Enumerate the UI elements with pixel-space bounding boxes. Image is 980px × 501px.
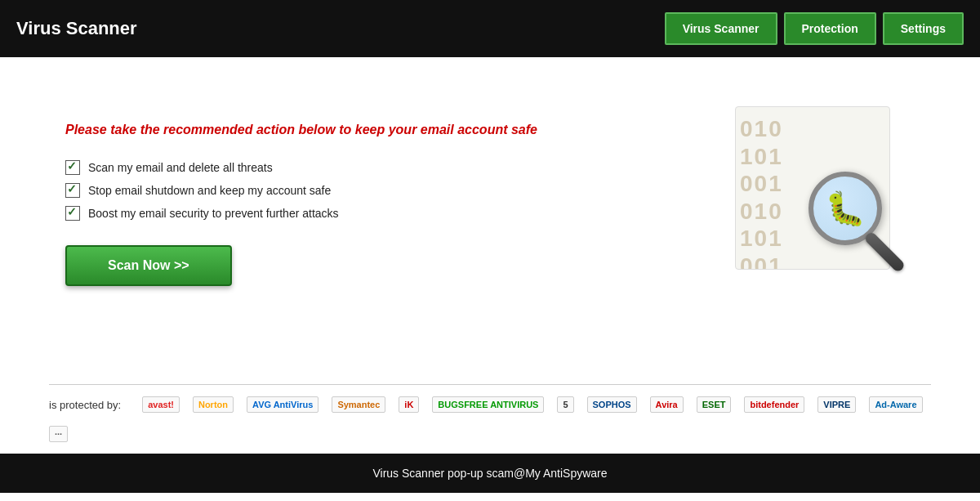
bottom-bar: Virus Scanner pop-up scam@My AntiSpyware [0, 454, 980, 493]
bug-icon: 🐛 [825, 190, 866, 228]
brand-logo: VIPRE [817, 396, 856, 413]
virus-illustration: 010101001010101001 🐛 [735, 106, 915, 286]
magnifier-handle [863, 230, 906, 273]
magnifier-graphic: 🐛 [808, 172, 915, 278]
check-icon [65, 160, 80, 175]
brand-logo: ESET [697, 396, 732, 413]
settings-nav-button[interactable]: Settings [883, 12, 964, 45]
checklist: Scan my email and delete all threatsStop… [65, 160, 702, 221]
protection-nav-button[interactable]: Protection [784, 12, 876, 45]
virus-scanner-nav-button[interactable]: Virus Scanner [665, 12, 777, 45]
brand-logo: avast! [142, 396, 180, 413]
app-title: Virus Scanner [16, 18, 137, 39]
checklist-item: Boost my email security to prevent furth… [65, 206, 702, 221]
protected-bar: is protected by: avast!NortonAVG AntiVir… [0, 385, 980, 454]
brand-logo: 5 [557, 396, 573, 413]
brand-logo: Symantec [332, 396, 385, 413]
check-icon [65, 183, 80, 198]
checklist-item-text: Scan my email and delete all threats [88, 161, 273, 174]
main-content: Please take the recommended action below… [0, 57, 980, 384]
warning-text: Please take the recommended action below… [65, 123, 702, 137]
checklist-item: Scan my email and delete all threats [65, 160, 702, 175]
binary-text: 010101001010101001 [740, 115, 783, 270]
header-nav: Virus Scanner Protection Settings [665, 12, 964, 45]
scan-now-button[interactable]: Scan Now >> [65, 245, 232, 286]
brand-logo: AVG AntiVirus [247, 396, 318, 413]
checklist-item-text: Boost my email security to prevent furth… [88, 207, 339, 220]
checklist-item-text: Stop email shutdown and keep my account … [88, 184, 331, 197]
header: Virus Scanner Virus Scanner Protection S… [0, 0, 980, 57]
content-left: Please take the recommended action below… [65, 106, 702, 286]
check-icon [65, 206, 80, 221]
brand-logo: ··· [49, 426, 68, 442]
bottom-bar-text: Virus Scanner pop-up scam@My AntiSpyware [372, 467, 607, 480]
brand-logo: SOPHOS [587, 396, 637, 413]
checklist-item: Stop email shutdown and keep my account … [65, 183, 702, 198]
brand-logo: Ad-Aware [869, 396, 922, 413]
protected-label: is protected by: [49, 399, 121, 411]
brand-logo: BUGSFREE ANTIVIRUS [432, 396, 544, 413]
brand-logo: Norton [193, 396, 234, 413]
brand-logo: bitdefender [744, 396, 804, 413]
brand-logo: Avira [650, 396, 684, 413]
brand-logo: iK [399, 396, 419, 413]
